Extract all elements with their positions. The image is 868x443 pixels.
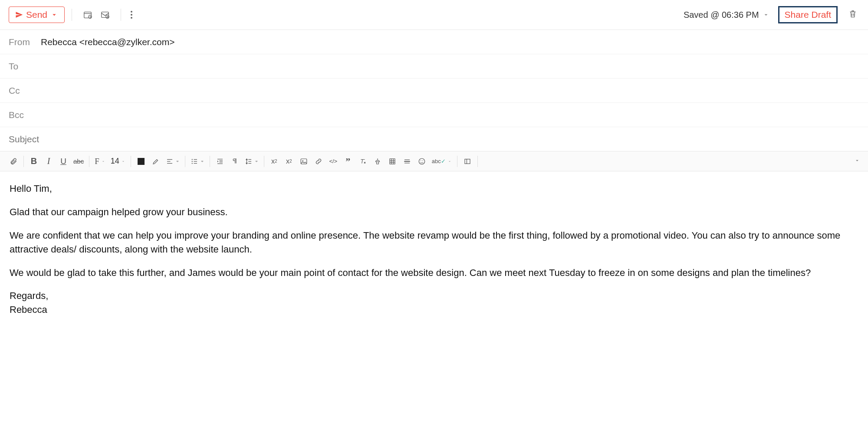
emoji-button[interactable]	[414, 154, 429, 168]
compose-top-toolbar: Send Saved @ 06:36 PM Share Draft	[0, 0, 868, 30]
fmt-divider	[210, 156, 210, 167]
delete-draft-button[interactable]	[846, 7, 859, 23]
send-icon	[15, 11, 23, 19]
svg-point-21	[302, 160, 303, 161]
insert-link-button[interactable]	[311, 154, 326, 168]
compose-header-fields: From Rebecca <rebecca@zylker.com> To Cc …	[0, 30, 868, 151]
spellcheck-button[interactable]: abc✓	[429, 154, 454, 168]
align-button[interactable]	[163, 154, 182, 168]
fmt-divider	[185, 156, 185, 167]
text-direction-button[interactable]	[227, 154, 242, 168]
list-button[interactable]	[188, 154, 207, 168]
subject-input[interactable]	[9, 134, 859, 144]
bcc-field-row[interactable]: Bcc	[0, 103, 868, 127]
cc-input[interactable]	[39, 85, 859, 96]
fmt-divider	[264, 156, 264, 167]
superscript-button[interactable]: x2	[267, 154, 282, 168]
toggle-layout-button[interactable]	[460, 154, 475, 168]
strikethrough-button[interactable]: abc	[71, 154, 86, 168]
italic-button[interactable]: I	[41, 154, 56, 168]
saved-status-text: Saved @ 06:36 PM	[684, 10, 759, 20]
chevron-down-icon	[50, 11, 58, 19]
clear-formatting-button[interactable]	[355, 154, 370, 168]
insert-image-button[interactable]	[296, 154, 311, 168]
toolbar-divider	[121, 9, 121, 21]
send-button[interactable]: Send	[9, 7, 65, 23]
body-paragraph: Glad that our campaign helped grow your …	[10, 205, 858, 219]
font-color-button[interactable]	[134, 154, 148, 168]
share-draft-label: Share Draft	[785, 10, 831, 20]
from-field-row[interactable]: From Rebecca <rebecca@zylker.com>	[0, 30, 868, 54]
schedule-send-icon[interactable]	[82, 10, 93, 20]
subscript-button[interactable]: x2	[282, 154, 296, 168]
insert-table-button[interactable]	[385, 154, 400, 168]
font-size-button[interactable]: 14	[108, 154, 128, 168]
fmt-divider	[457, 156, 457, 167]
send-later-icon[interactable]	[100, 10, 110, 20]
share-draft-button[interactable]: Share Draft	[778, 6, 838, 23]
body-signature: Regards, Rebecca	[10, 289, 858, 317]
horizontal-rule-button[interactable]	[400, 154, 414, 168]
svg-point-9	[191, 161, 192, 161]
compose-body-editor[interactable]: Hello Tim, Glad that our campaign helped…	[0, 171, 868, 327]
formatting-toolbar: B I U abc F 14 x2 x2	[0, 151, 868, 171]
underline-button[interactable]: U	[56, 154, 71, 168]
bcc-input[interactable]	[39, 110, 859, 120]
fmt-divider	[131, 156, 131, 167]
svg-point-31	[421, 160, 421, 161]
color-swatch-icon	[138, 158, 145, 165]
to-label: To	[9, 61, 39, 72]
font-family-button[interactable]: F	[92, 154, 108, 168]
attach-button[interactable]	[6, 154, 21, 168]
svg-point-7	[191, 159, 192, 160]
svg-point-11	[191, 163, 192, 164]
blockquote-button[interactable]: ”	[341, 154, 355, 168]
saved-dropdown-icon[interactable]	[763, 11, 769, 18]
collapse-toolbar-button[interactable]	[854, 158, 860, 165]
cc-field-row[interactable]: Cc	[0, 79, 868, 103]
body-paragraph: We would be glad to take this further, a…	[10, 266, 858, 280]
body-greeting: Hello Tim,	[10, 182, 858, 196]
from-value: Rebecca <rebecca@zylker.com>	[41, 37, 174, 47]
toolbar-divider	[72, 9, 72, 21]
send-button-label: Send	[26, 10, 47, 20]
line-spacing-button[interactable]	[242, 154, 261, 168]
svg-point-32	[422, 160, 423, 161]
svg-point-30	[419, 158, 425, 164]
to-field-row[interactable]: To	[0, 54, 868, 79]
to-input[interactable]	[39, 61, 859, 72]
cc-label: Cc	[9, 85, 39, 96]
indent-button[interactable]	[213, 154, 227, 168]
format-painter-button[interactable]	[370, 154, 385, 168]
from-label: From	[9, 37, 39, 47]
font-size-value: 14	[111, 157, 119, 166]
fmt-divider	[23, 156, 24, 167]
more-options-button[interactable]	[128, 8, 135, 21]
svg-rect-22	[390, 159, 395, 164]
fmt-divider	[477, 156, 478, 167]
svg-rect-20	[301, 159, 307, 164]
bold-button[interactable]: B	[26, 154, 41, 168]
fmt-divider	[89, 156, 89, 167]
svg-rect-33	[465, 159, 470, 164]
insert-html-button[interactable]: </>	[326, 154, 341, 168]
body-paragraph: We are confident that we can help you im…	[10, 229, 858, 256]
subject-field-row[interactable]	[0, 127, 868, 151]
bcc-label: Bcc	[9, 110, 39, 120]
highlight-color-button[interactable]	[148, 154, 163, 168]
